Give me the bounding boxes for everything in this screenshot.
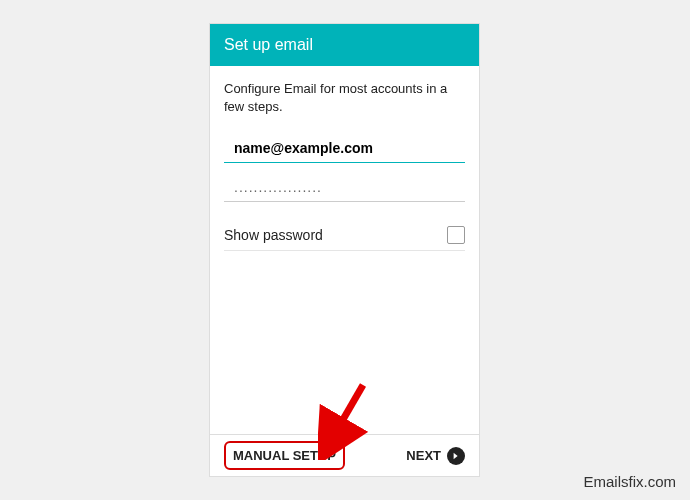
email-setup-screen: Set up email Configure Email for most ac… — [209, 23, 480, 477]
app-header: Set up email — [210, 24, 479, 66]
password-field[interactable] — [224, 173, 465, 202]
instruction-text: Configure Email for most accounts in a f… — [224, 80, 465, 116]
email-field[interactable] — [224, 134, 465, 163]
show-password-label: Show password — [224, 227, 323, 243]
next-label: NEXT — [406, 448, 441, 463]
manual-setup-button[interactable]: MANUAL SETUP — [224, 441, 345, 470]
show-password-row: Show password — [224, 220, 465, 251]
next-button[interactable]: NEXT — [406, 447, 465, 465]
chevron-right-icon — [447, 447, 465, 465]
watermark-text: Emailsfix.com — [583, 473, 676, 490]
bottom-toolbar: MANUAL SETUP NEXT — [210, 434, 479, 476]
show-password-checkbox[interactable] — [447, 226, 465, 244]
header-title: Set up email — [224, 36, 313, 53]
content-area: Configure Email for most accounts in a f… — [210, 66, 479, 251]
